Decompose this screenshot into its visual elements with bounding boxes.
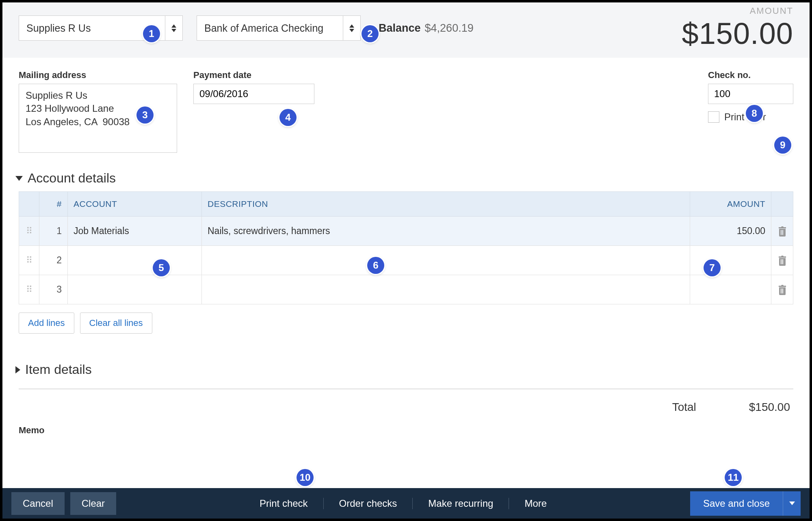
- annotation-badge: 10: [297, 469, 314, 486]
- row-account[interactable]: [68, 275, 202, 304]
- row-amount[interactable]: [690, 246, 771, 275]
- payee-dropdown-toggle[interactable]: [165, 15, 183, 41]
- annotation-badge: 11: [725, 469, 742, 486]
- chevron-down-icon: [15, 176, 23, 181]
- line-buttons: Add lines Clear all lines: [2, 304, 810, 334]
- account-details-title: Account details: [28, 171, 116, 186]
- table-row[interactable]: ⠿ 1 Job Materials Nails, screwdrivers, h…: [19, 217, 793, 246]
- bank-account-dropdown[interactable]: Bank of America Checking: [197, 15, 361, 41]
- save-dropdown-toggle[interactable]: [783, 491, 801, 516]
- drag-handle-icon[interactable]: ⠿: [19, 275, 39, 304]
- check-number-group: Check no. Print later: [708, 70, 793, 123]
- more-link[interactable]: More: [509, 498, 562, 509]
- amount-label: AMOUNT: [682, 6, 794, 16]
- payment-date-input[interactable]: [193, 84, 314, 104]
- trash-icon[interactable]: [777, 284, 787, 295]
- item-details-title: Item details: [25, 362, 92, 377]
- order-checks-link[interactable]: Order checks: [324, 498, 413, 509]
- account-details-table: # ACCOUNT DESCRIPTION AMOUNT ⠿ 1 Job Mat…: [19, 191, 793, 304]
- row-description[interactable]: [202, 275, 690, 304]
- bank-account-dropdown-toggle[interactable]: [343, 15, 361, 41]
- row-delete[interactable]: [771, 246, 793, 275]
- account-details-toggle[interactable]: Account details: [2, 154, 810, 191]
- memo-label: Memo: [19, 425, 793, 436]
- amount-display: AMOUNT $150.00: [682, 6, 794, 51]
- row-delete[interactable]: [771, 217, 793, 246]
- row-number: 3: [39, 275, 68, 304]
- col-number: #: [39, 192, 68, 217]
- table-header-row: # ACCOUNT DESCRIPTION AMOUNT: [19, 192, 793, 217]
- mailing-address-group: Mailing address: [19, 70, 177, 154]
- print-later-row: Print later: [708, 111, 793, 123]
- row-number: 2: [39, 246, 68, 275]
- print-check-link[interactable]: Print check: [244, 498, 324, 509]
- mailing-address-input[interactable]: [19, 84, 177, 153]
- col-account: ACCOUNT: [68, 192, 202, 217]
- caret-down-icon: [171, 29, 176, 32]
- caret-down-icon: [349, 29, 354, 32]
- row-amount[interactable]: 150.00: [690, 217, 771, 246]
- print-later-checkbox[interactable]: [708, 111, 719, 123]
- caret-down-icon: [789, 501, 795, 505]
- check-number-input[interactable]: [708, 84, 793, 104]
- col-amount: AMOUNT: [690, 192, 771, 217]
- item-details-toggle[interactable]: Item details: [2, 334, 810, 383]
- row-description[interactable]: [202, 246, 690, 275]
- check-number-label: Check no.: [708, 70, 793, 80]
- amount-value: $150.00: [682, 16, 794, 51]
- row-number: 1: [39, 217, 68, 246]
- payment-date-label: Payment date: [193, 70, 314, 80]
- row-description[interactable]: Nails, screwdrivers, hammers: [202, 217, 690, 246]
- table-row[interactable]: ⠿ 3: [19, 275, 793, 304]
- drag-handle-icon[interactable]: ⠿: [19, 246, 39, 275]
- chevron-right-icon: [15, 366, 20, 373]
- drag-handle-icon[interactable]: ⠿: [19, 217, 39, 246]
- bank-account-value[interactable]: Bank of America Checking: [197, 15, 343, 41]
- memo-section: Memo: [2, 414, 810, 436]
- total-value: $150.00: [749, 401, 790, 414]
- save-and-close-button[interactable]: Save and close: [690, 491, 783, 516]
- balance-label: Balance: [379, 22, 421, 35]
- print-later-label: Print later: [724, 111, 766, 123]
- caret-up-icon: [171, 24, 176, 28]
- account-details-table-wrap: # ACCOUNT DESCRIPTION AMOUNT ⠿ 1 Job Mat…: [2, 191, 810, 304]
- row-account[interactable]: Job Materials: [68, 217, 202, 246]
- row-account[interactable]: [68, 246, 202, 275]
- col-delete: [771, 192, 793, 217]
- row-amount[interactable]: [690, 275, 771, 304]
- top-bar: Supplies R Us Bank of America Checking B…: [2, 2, 810, 58]
- col-description: DESCRIPTION: [202, 192, 690, 217]
- form-section: Mailing address Payment date Check no. P…: [2, 58, 810, 154]
- row-delete[interactable]: [771, 275, 793, 304]
- trash-icon[interactable]: [777, 226, 787, 237]
- caret-up-icon: [349, 24, 354, 28]
- clear-all-lines-button[interactable]: Clear all lines: [80, 313, 152, 334]
- payment-date-group: Payment date: [193, 70, 314, 154]
- total-label: Total: [672, 401, 696, 414]
- trash-icon[interactable]: [777, 255, 787, 266]
- footer-bar: Cancel Clear Print check Order checks Ma…: [2, 488, 810, 519]
- add-lines-button[interactable]: Add lines: [19, 313, 74, 334]
- payee-value[interactable]: Supplies R Us: [19, 15, 165, 41]
- mailing-address-label: Mailing address: [19, 70, 177, 80]
- cancel-button[interactable]: Cancel: [11, 492, 65, 515]
- table-row[interactable]: ⠿ 2: [19, 246, 793, 275]
- make-recurring-link[interactable]: Make recurring: [413, 498, 509, 509]
- clear-button[interactable]: Clear: [70, 492, 116, 515]
- col-handle: [19, 192, 39, 217]
- payee-dropdown[interactable]: Supplies R Us: [19, 15, 183, 41]
- balance-value: $4,260.19: [425, 22, 474, 35]
- total-row: Total $150.00: [2, 389, 810, 414]
